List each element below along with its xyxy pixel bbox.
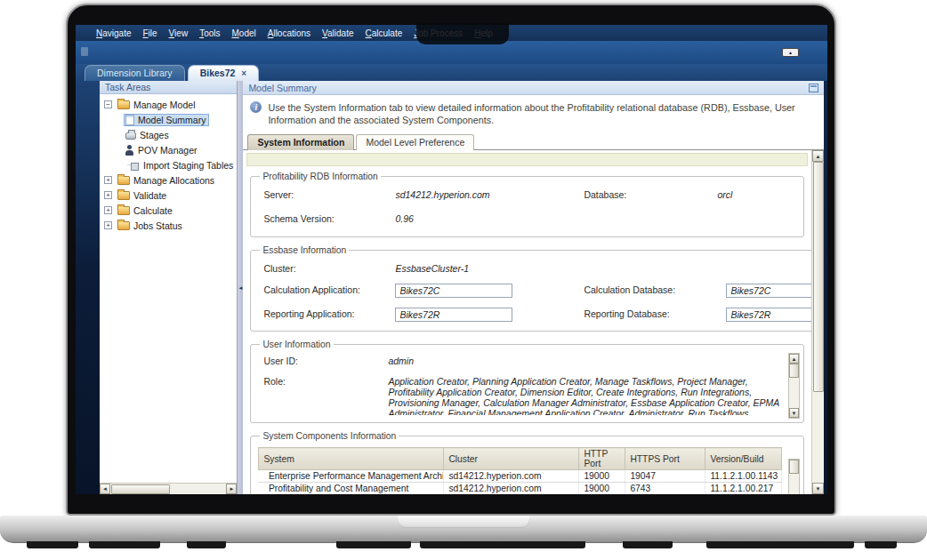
menu-validate[interactable]: Validate [322,28,353,38]
rdb-section: Profitability RDB Information Server: sd… [250,172,804,237]
menu-allocations[interactable]: Allocations [268,28,310,38]
detail-tab-bar: System Information Model Level Preferenc… [243,131,824,150]
scroll-down-icon[interactable]: ▼ [789,408,799,418]
scrollbar-thumb[interactable] [111,484,170,494]
expand-node-icon[interactable]: + [104,221,112,229]
folder-icon [117,191,130,200]
menu-file[interactable]: File [142,28,157,38]
form-toolbar [246,153,808,166]
document-icon [125,115,134,125]
folder-icon [117,176,130,185]
restore-pane-icon[interactable] [809,84,818,92]
tab-bikes72[interactable]: Bikes72 × [188,65,260,81]
panel-title: Model Summary [248,83,316,93]
scroll-up-icon[interactable]: ▲ [789,354,799,364]
user-legend: User Information [260,340,333,349]
cell-system: Profitability and Cost Management [259,483,444,494]
tree-item-manage-model[interactable]: − Manage Model [100,97,237,112]
tab-dimension-library[interactable]: Dimension Library [85,65,185,81]
user-section-scrollbar[interactable]: ▲ ▼ [788,353,800,419]
collapse-pane-button[interactable]: ▲ [782,48,799,57]
tree-item-label: POV Manager [138,145,197,156]
column-https-port[interactable]: HTTPS Port [625,448,705,470]
reporting-database-field[interactable] [726,308,811,322]
import-icon: → [125,160,140,171]
database-value: orcl [717,189,794,200]
menu-calculate[interactable]: Calculate [366,28,403,38]
tree-item-calculate[interactable]: + Calculate [100,203,237,218]
folder-icon [117,221,130,230]
scrollbar-thumb[interactable] [789,460,799,474]
app-window: Navigate File View Tools Model Allocatio… [76,25,827,494]
server-label: Server: [263,189,395,200]
collapse-arrow-icon: ▲ [788,51,793,55]
scrollbar-thumb[interactable] [789,364,799,378]
components-table-scrollbar[interactable]: ▼ [788,459,800,494]
task-areas-panel: Task Areas − Manage Model Model Summary … [100,81,237,494]
menu-tools[interactable]: Tools [199,28,220,38]
tree-item-pov-manager[interactable]: POV Manager [100,142,237,157]
scroll-right-icon[interactable]: ► [226,484,237,494]
window-left-edge [76,81,100,494]
tab-label: Dimension Library [97,68,173,78]
panel-header: Model Summary [243,81,824,95]
table-row[interactable]: Enterprise Performance Management Archit… [259,470,782,483]
panel-splitter[interactable]: ◄ [237,81,243,494]
table-row[interactable]: Profitability and Cost Management sd1421… [259,483,782,494]
tree-item-stages[interactable]: Stages [100,127,237,142]
user-id-label: User ID: [263,356,388,366]
components-legend: System Components Information [260,431,399,441]
import-arrow-icon: → [125,158,134,168]
expand-node-icon[interactable]: + [104,206,112,214]
cluster-value: EssbaseCluster-1 [395,263,811,274]
tree-item-validate[interactable]: + Validate [100,188,237,203]
tree-item-manage-allocations[interactable]: + Manage Allocations [100,172,237,188]
tab-system-information[interactable]: System Information [247,134,354,150]
tree-item-label: Model Summary [138,115,206,125]
tree-item-label: Jobs Status [133,220,182,231]
calc-application-field[interactable] [395,284,512,298]
scroll-down-icon[interactable]: ▼ [812,483,824,494]
scrollbar-thumb[interactable] [813,162,824,392]
menu-view[interactable]: View [169,28,189,38]
cell-http-port: 19000 [579,483,625,494]
tab-close-icon[interactable]: × [241,68,246,78]
scrollbar-track[interactable] [789,378,799,408]
column-cluster[interactable]: Cluster [444,448,579,470]
form-scroll-area: Profitability RDB Information Server: sd… [243,150,811,494]
reporting-application-field[interactable] [395,308,512,322]
column-http-port[interactable]: HTTP Port [579,448,625,470]
rdb-legend: Profitability RDB Information [260,172,380,181]
scroll-up-icon[interactable]: ▲ [812,150,824,162]
user-id-value: admin [388,356,780,366]
window-right-edge [824,81,827,494]
menu-model[interactable]: Model [231,28,255,38]
tree-item-label: Calculate [133,205,173,216]
column-version-build[interactable]: Version/Build [705,448,782,470]
calc-database-label: Calculation Database: [584,284,726,295]
cell-cluster: sd14212.hyperion.com [444,483,579,494]
role-value: Application Creator, Planning Applicatio… [388,376,780,415]
calc-database-field[interactable] [726,284,811,298]
tab-model-level-preference[interactable]: Model Level Preference [356,134,474,150]
menu-navigate[interactable]: Navigate [96,28,131,38]
scrollbar-track[interactable] [789,474,799,494]
collapse-node-icon[interactable]: − [104,100,112,108]
sidebar-horizontal-scrollbar[interactable]: ◄ ► [100,483,237,494]
main-vertical-scrollbar[interactable]: ▲ ▼ [811,150,824,494]
expand-node-icon[interactable]: + [104,176,112,184]
column-system[interactable]: System [259,448,444,470]
tree-item-jobs-status[interactable]: + Jobs Status [100,218,237,233]
user-section: User Information User ID: admin Role: Ap… [250,340,804,423]
task-areas-title: Task Areas [100,81,237,94]
person-icon [125,145,134,156]
info-icon: i [250,101,262,113]
tree-item-model-summary[interactable]: Model Summary [100,112,237,127]
scroll-left-icon[interactable]: ◄ [100,484,110,494]
laptop-mockup: Navigate File View Tools Model Allocatio… [0,0,927,560]
folder-icon [117,206,130,215]
expand-node-icon[interactable]: + [104,191,112,199]
role-label: Role: [263,376,388,415]
tree-item-label: Manage Allocations [133,175,214,186]
tree-item-import-staging-tables[interactable]: →Import Staging Tables [100,157,237,172]
